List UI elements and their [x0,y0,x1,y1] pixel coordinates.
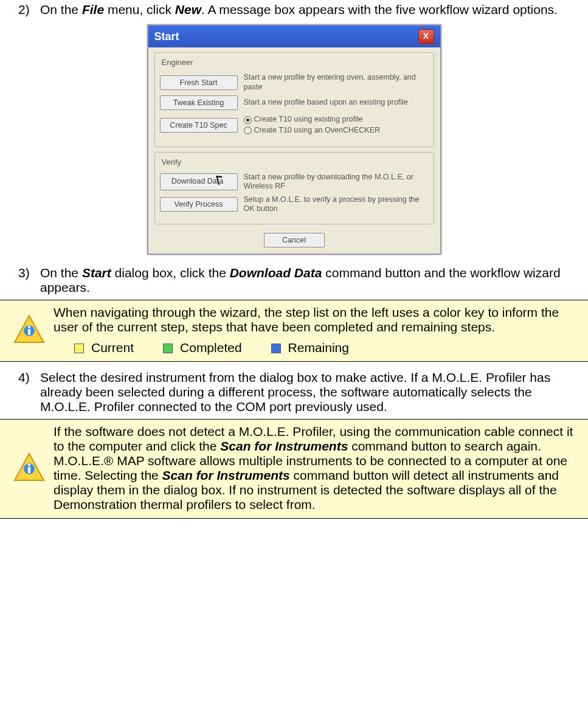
step-number: 4) [18,370,40,414]
step-text: Select the desired instrument from the d… [40,370,588,414]
text: menu, click [104,2,175,16]
step-3: 3) On the Start dialog box, click the Do… [0,263,588,297]
start-dialog: Start X Engineer Fresh Start Start a new… [147,24,441,255]
dialog-body: Engineer Fresh Start Start a new profile… [148,47,440,254]
menu-new: New [175,2,201,16]
dialog-screenshot: Start X Engineer Fresh Start Start a new… [0,19,588,263]
legend-label: Remaining [288,340,349,354]
step-text: On the File menu, click New. A message b… [40,2,588,17]
text: On the [40,2,82,16]
ref-scan-instruments: Scan for Instruments [162,468,290,482]
legend-label: Completed [180,340,242,354]
radio-existing-profile[interactable]: Create T10 using existing profile [244,115,429,125]
svg-rect-2 [28,329,30,335]
svg-rect-3 [28,326,30,328]
fresh-start-desc: Start a new profile by entering oven, as… [244,73,429,92]
note-text: When navigating through the wizard, the … [54,305,584,355]
radio-label: Create T10 using existing profile [254,115,363,125]
square-blue-icon [271,344,281,353]
step-4: 4) Select the desired instrument from th… [0,368,588,416]
info-icon [5,314,54,347]
create-t10-button[interactable]: Create T10 Spec [160,118,238,133]
ref-download-data: Download Data [230,266,322,280]
group-engineer: Engineer Fresh Start Start a new profile… [154,52,434,147]
group-label: Engineer [160,58,195,67]
svg-rect-7 [28,464,30,466]
legend-current: Current [74,340,134,355]
radio-ovenchecker[interactable]: Create T10 using an OvenCHECKER [244,126,429,136]
note-scan-instruments: If the software does not detect a M.O.L.… [0,419,588,519]
title-bar: Start X [148,26,440,47]
step-number: 3) [18,266,40,295]
step-2: 2) On the File menu, click New. A messag… [0,0,588,19]
dialog-title: Start [154,30,418,43]
menu-file: File [82,2,104,16]
legend-remaining: Remaining [271,340,349,355]
ref-scan-instruments: Scan for Instruments [220,439,348,453]
tweak-existing-desc: Start a new profile based upon an existi… [244,98,429,108]
close-icon[interactable]: X [418,29,434,44]
square-green-icon [163,344,173,353]
legend-completed: Completed [163,340,242,355]
cancel-button[interactable]: Cancel [264,233,325,247]
note-color-key: When navigating through the wizard, the … [0,300,588,362]
cursor-icon [217,176,226,187]
group-verify: Verify Download Data Start a new profile… [154,152,434,225]
ref-start: Start [82,266,111,280]
fresh-start-button[interactable]: Fresh Start [160,75,238,90]
info-icon [5,452,54,485]
download-data-desc: Start a new profile by downloading the M… [244,173,429,192]
download-data-button[interactable]: Download Data [160,173,238,190]
text: dialog box, click the [111,266,230,280]
text: On the [40,266,82,280]
text: . A message box appears with the five wo… [201,2,558,16]
verify-process-desc: Setup a M.O.L.E. to verify a process by … [244,195,429,214]
tweak-existing-button[interactable]: Tweak Existing [160,95,238,110]
radio-label: Create T10 using an OvenCHECKER [254,126,381,136]
step-number: 2) [18,2,40,17]
note-body: When navigating through the wizard, the … [54,305,584,334]
legend: Current Completed Remaining [54,340,584,355]
svg-rect-6 [28,467,30,473]
button-label: Download Data [171,177,223,185]
note-text: If the software does not detect a M.O.L.… [54,424,584,512]
legend-label: Current [91,340,134,354]
t10-options: Create T10 using existing profile Create… [244,114,429,136]
group-label: Verify [160,157,184,167]
square-yellow-icon [74,344,84,353]
step-text: On the Start dialog box, click the Downl… [40,266,588,295]
verify-process-button[interactable]: Verify Process [160,197,238,212]
